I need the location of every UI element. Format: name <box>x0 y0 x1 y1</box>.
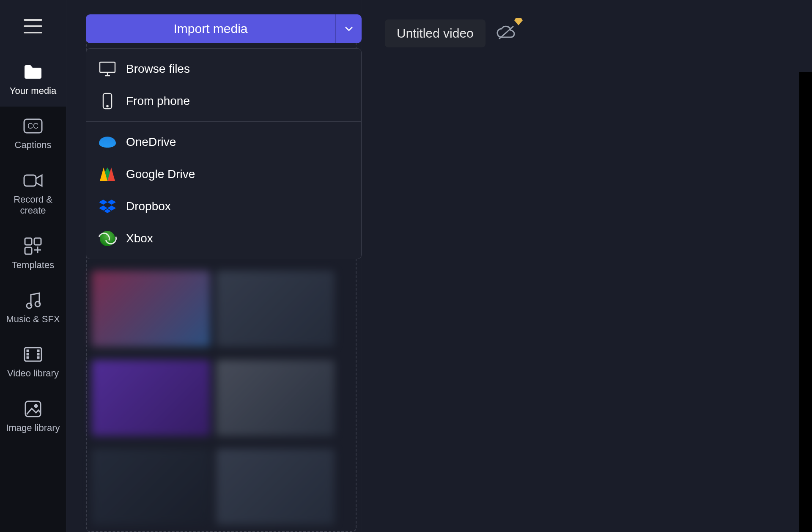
hamburger-area <box>0 0 66 52</box>
xbox-icon <box>99 230 116 247</box>
svg-rect-12 <box>38 350 39 351</box>
onedrive-icon <box>99 134 116 151</box>
import-media-button[interactable]: Import media <box>86 14 335 43</box>
svg-rect-11 <box>27 357 28 358</box>
sidebar-item-label: Captions <box>15 140 52 151</box>
dropdown-item-label: From phone <box>126 94 190 108</box>
phone-icon <box>99 93 116 110</box>
svg-rect-17 <box>100 62 115 72</box>
svg-rect-2 <box>24 175 36 186</box>
media-thumbnail-grid <box>92 271 349 532</box>
dropdown-item-label: OneDrive <box>126 135 176 149</box>
sidebar-item-image-library[interactable]: Image library <box>0 389 66 444</box>
media-panel: Import media Browse files From phon <box>66 0 362 532</box>
google-drive-icon <box>99 166 116 183</box>
dropdown-item-google-drive[interactable]: Google Drive <box>86 158 361 190</box>
svg-rect-9 <box>27 350 28 351</box>
film-icon <box>24 345 42 364</box>
image-icon <box>24 400 42 418</box>
svg-rect-3 <box>25 238 32 245</box>
dropdown-item-onedrive[interactable]: OneDrive <box>86 126 361 158</box>
dropdown-item-label: Xbox <box>126 232 153 245</box>
svg-rect-4 <box>34 238 41 245</box>
dropdown-item-label: Google Drive <box>126 167 195 181</box>
monitor-icon <box>99 60 116 77</box>
media-thumbnail[interactable] <box>92 449 210 525</box>
dropdown-item-xbox[interactable]: Xbox <box>86 222 361 255</box>
sidebar-item-record-create[interactable]: Record & create <box>0 161 66 227</box>
media-thumbnail[interactable] <box>92 360 210 436</box>
svg-rect-14 <box>38 357 39 358</box>
sidebar-item-label: Image library <box>6 422 60 433</box>
svg-point-16 <box>35 405 37 407</box>
dropbox-icon <box>99 198 116 215</box>
cloud-off-icon <box>497 25 515 40</box>
svg-rect-5 <box>25 247 32 254</box>
import-media-dropdown-toggle[interactable] <box>335 14 362 43</box>
preview-edge <box>799 72 812 532</box>
video-camera-icon <box>23 171 43 190</box>
chevron-down-icon <box>345 26 353 31</box>
media-thumbnail[interactable] <box>216 271 335 347</box>
import-media-label: Import media <box>173 22 247 36</box>
sidebar-item-label: Record & create <box>3 194 63 217</box>
sidebar-item-label: Your media <box>10 85 56 96</box>
media-thumbnail[interactable] <box>92 271 210 347</box>
sidebar-item-video-library[interactable]: Video library <box>0 335 66 389</box>
sidebar-item-label: Video library <box>7 368 59 379</box>
hamburger-menu-button[interactable] <box>24 19 42 33</box>
project-title-input[interactable]: Untitled video <box>385 19 486 47</box>
svg-point-19 <box>107 106 108 107</box>
svg-rect-10 <box>27 354 28 355</box>
sidebar-item-templates[interactable]: Templates <box>0 227 66 281</box>
preview-area: Untitled video <box>362 0 812 532</box>
dropdown-item-label: Dropbox <box>126 200 171 213</box>
media-thumbnail[interactable] <box>216 449 335 525</box>
project-title-text: Untitled video <box>397 26 474 41</box>
music-icon <box>25 291 41 310</box>
dropdown-item-from-phone[interactable]: From phone <box>86 85 361 117</box>
left-sidebar: Your media CC Captions Record & create T… <box>0 0 66 532</box>
dropdown-item-browse-files[interactable]: Browse files <box>86 53 361 85</box>
sidebar-item-label: Templates <box>12 260 54 271</box>
templates-icon <box>24 237 42 255</box>
svg-rect-13 <box>38 354 39 355</box>
dropdown-item-label: Browse files <box>126 62 190 76</box>
dropdown-item-dropbox[interactable]: Dropbox <box>86 190 361 222</box>
sidebar-item-music-sfx[interactable]: Music & SFX <box>0 281 66 335</box>
captions-icon: CC <box>23 117 43 135</box>
svg-text:CC: CC <box>27 122 38 130</box>
media-thumbnail[interactable] <box>216 360 335 436</box>
sidebar-item-captions[interactable]: CC Captions <box>0 107 66 161</box>
sidebar-item-label: Music & SFX <box>6 314 60 325</box>
folder-icon <box>23 63 43 81</box>
sidebar-item-your-media[interactable]: Your media <box>0 52 66 107</box>
cloud-sync-button[interactable] <box>497 25 515 41</box>
import-media-dropdown: Browse files From phone OneDrive Googl <box>86 48 362 259</box>
premium-diamond-icon <box>514 18 523 27</box>
